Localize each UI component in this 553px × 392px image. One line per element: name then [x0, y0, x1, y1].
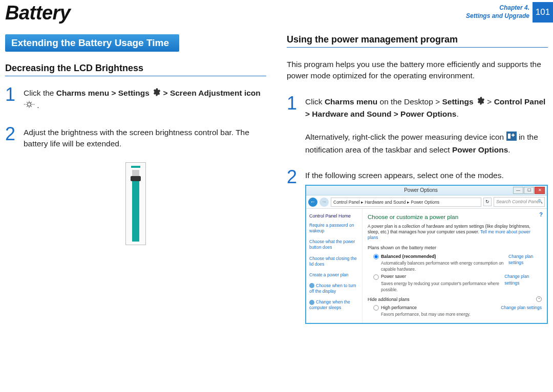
text: > — [485, 97, 494, 106]
subheading-lcd: Decreasing the LCD Brightness — [5, 63, 266, 76]
search-input[interactable]: Search Control Panel — [494, 197, 545, 207]
help-icon[interactable]: ? — [539, 211, 543, 219]
sidebar-link[interactable]: Create a power plan — [309, 272, 359, 278]
window-title: Power Options — [329, 187, 513, 194]
sidebar-link[interactable]: Choose what the power button does — [309, 239, 359, 250]
sidebar-link[interactable]: Require a password on wakeup — [309, 223, 359, 234]
back-button[interactable]: ← — [308, 198, 317, 207]
step-number: 2 — [287, 168, 299, 186]
section-banner: Extending the Battery Usage Time — [5, 34, 179, 52]
text: on the Desktop > — [377, 97, 442, 106]
svg-rect-12 — [508, 134, 511, 139]
plan-name: Power saver — [381, 274, 406, 279]
plan-name: Balanced (recommended) — [381, 254, 436, 259]
step-text: If the following screen appears, select … — [305, 171, 504, 180]
page-title: Battery — [5, 2, 70, 24]
text: Click — [305, 97, 325, 106]
change-plan-link[interactable]: Change plan settings — [508, 253, 542, 266]
plan-desc: Saves energy by reducing your computer's… — [373, 280, 504, 293]
plan-balanced: Balanced (recommended) Automatically bal… — [368, 253, 542, 272]
right-step-2: 2 If the following screen appears, selec… — [287, 168, 548, 323]
window-titlebar: Power Options — ☐ ✕ — [306, 186, 547, 196]
subheading-power: Using the power management program — [287, 34, 548, 48]
chapter-box: Chapter 4. Settings and Upgrade 101 — [466, 2, 553, 23]
window-nav: ← → Control Panel ▸ Hardware and Sound ▸… — [306, 195, 547, 209]
sidebar-link[interactable]: Choose what closing the lid does — [309, 256, 359, 267]
intro-text: This program helps you use the battery m… — [287, 57, 548, 82]
plan-desc: Automatically balances performance with … — [373, 260, 508, 272]
plan-radio-powersaver[interactable] — [373, 274, 378, 279]
text: . — [35, 101, 39, 110]
chapter-line1: Chapter 4. — [499, 4, 529, 11]
sidebar: Control Panel Home Require a password on… — [306, 209, 363, 322]
forward-button[interactable]: → — [320, 198, 329, 207]
left-step-1: 1 Click the Charms menu > Settings > Scr… — [5, 85, 266, 113]
step-text: Adjust the brightness with the screen br… — [24, 125, 266, 150]
change-plan-link[interactable]: Change plan settings — [504, 273, 542, 286]
chapter-line2: Settings and Upgrade — [466, 12, 529, 19]
power-meter-icon — [506, 132, 517, 144]
hide-plans-toggle[interactable]: Hide additional plans — [368, 296, 410, 303]
breadcrumb[interactable]: Control Panel ▸ Hardware and Sound ▸ Pow… — [331, 198, 481, 207]
right-step-1: 1 Click Charms menu on the Desktop > Set… — [287, 94, 548, 156]
text-bold: Charms menu — [325, 97, 377, 106]
step-number: 2 — [5, 125, 17, 143]
svg-line-8 — [27, 106, 27, 107]
text: . — [508, 145, 510, 154]
text-bold: Settings — [442, 97, 476, 106]
plan-high-performance: High performance Favors performance, but… — [368, 304, 542, 317]
plan-desc: Favors performance, but may use more ene… — [373, 311, 471, 317]
brightness-icon — [24, 100, 35, 112]
sidebar-link[interactable]: Change when the computer sleeps — [309, 299, 359, 311]
main-heading: Choose or customize a power plan — [368, 213, 542, 222]
main-description: A power plan is a collection of hardware… — [368, 224, 542, 241]
plan-power-saver: Power saver Saves energy by reducing you… — [368, 273, 542, 292]
close-button[interactable]: ✕ — [535, 187, 545, 194]
left-step-2: 2 Adjust the brightness with the screen … — [5, 125, 266, 150]
step-number: 1 — [287, 94, 299, 113]
text: Click the — [24, 89, 56, 97]
sidebar-link[interactable]: Choose when to turn off the display — [309, 283, 359, 294]
step-number: 1 — [5, 85, 17, 104]
change-plan-link[interactable]: Change plan settings — [501, 304, 542, 311]
plan-radio-balanced[interactable] — [373, 254, 378, 259]
page-number: 101 — [533, 2, 553, 23]
svg-line-7 — [31, 102, 31, 103]
minimize-button[interactable]: — — [513, 187, 523, 194]
main-panel: ? Choose or customize a power plan A pow… — [363, 209, 547, 322]
svg-line-6 — [31, 106, 31, 107]
text: Alternatively, right-click the power mea… — [305, 133, 506, 142]
svg-line-5 — [27, 102, 27, 103]
text-bold: > Screen Adjustment icon — [161, 89, 261, 97]
power-options-window: Power Options — ☐ ✕ ← → Control Panel ▸ … — [305, 185, 548, 324]
text: . — [456, 110, 458, 118]
gear-icon — [152, 88, 161, 100]
brightness-slider — [5, 162, 266, 247]
svg-rect-14 — [513, 134, 514, 137]
text-bold: Charms menu > Settings — [56, 89, 152, 97]
sidebar-home[interactable]: Control Panel Home — [309, 213, 359, 220]
plan-radio-highperf[interactable] — [373, 306, 378, 311]
sleep-icon — [309, 300, 314, 305]
maximize-button[interactable]: ☐ — [524, 187, 534, 194]
gear-icon — [476, 96, 485, 108]
plan-name: High performance — [381, 305, 417, 310]
display-icon — [309, 283, 314, 288]
svg-point-0 — [28, 103, 31, 106]
refresh-button[interactable]: ↻ — [483, 198, 492, 206]
collapse-icon[interactable]: ⌃ — [536, 296, 542, 302]
text-bold: Power Options — [452, 145, 508, 154]
plans-subheading: Plans shown on the battery meter — [368, 245, 542, 251]
